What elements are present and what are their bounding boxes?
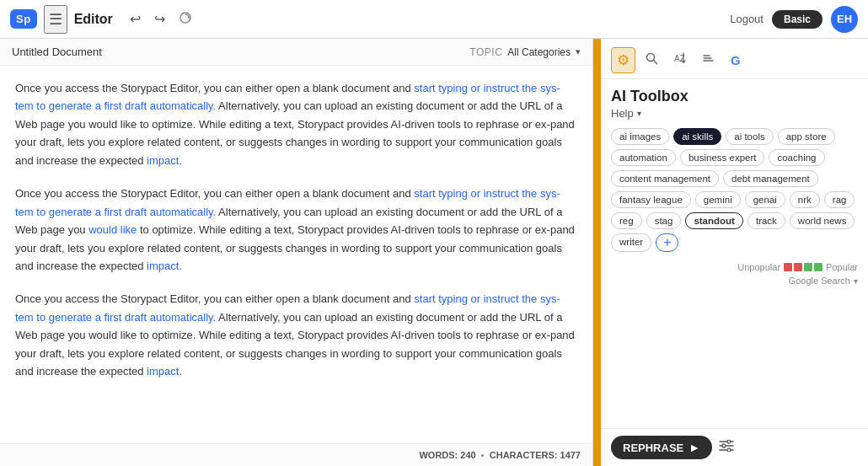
svg-point-12: [727, 440, 731, 443]
tag-writer[interactable]: writer: [611, 233, 651, 252]
tag-ai-images[interactable]: ai images: [611, 128, 669, 145]
dot-4: [814, 263, 822, 271]
tag-coaching[interactable]: coaching: [769, 149, 824, 166]
paragraph-1: Once you access the Storypact Editor, yo…: [15, 79, 577, 169]
tag-track[interactable]: track: [747, 212, 785, 229]
link-impact-2[interactable]: impact.: [147, 260, 182, 272]
dot-1: [784, 263, 792, 271]
tag-ai-skills[interactable]: ai skills: [673, 128, 721, 145]
dot-2: [794, 263, 802, 271]
ai-help-label: Help: [611, 107, 634, 120]
topic-dropdown-icon[interactable]: ▾: [576, 46, 581, 57]
ai-help-link[interactable]: Help ▾: [611, 107, 858, 120]
tag-stag[interactable]: stag: [646, 212, 682, 229]
tag-debt-management[interactable]: debt management: [723, 170, 818, 187]
editor-footer: WORDS: 240 • CHARACTERS: 1477: [0, 443, 592, 466]
refresh-button[interactable]: [174, 8, 197, 31]
header-right: Logout Basic EH: [730, 6, 858, 33]
rephrase-button[interactable]: REPHRASE ►: [611, 436, 712, 459]
sort-num-icon-button[interactable]: [697, 48, 721, 72]
topic-label: TOPIC: [469, 46, 502, 58]
undo-button[interactable]: ↩: [125, 8, 146, 30]
words-count: 240: [460, 450, 475, 460]
tag-nrk[interactable]: nrk: [790, 191, 820, 208]
ai-sidebar-body: AI Toolbox Help ▾ ai images ai skills ai…: [601, 79, 868, 428]
tag-ai-tools[interactable]: ai tools: [726, 128, 773, 145]
svg-point-13: [722, 444, 726, 447]
tag-gemini[interactable]: gemini: [695, 191, 741, 208]
topic-area: TOPIC All Categories ▾: [469, 46, 581, 58]
tags-container: ai images ai skills ai tools app store a…: [611, 128, 858, 252]
document-title[interactable]: Untitled Document: [12, 46, 102, 58]
google-search-arrow-icon: ▾: [854, 276, 858, 286]
popular-label: Popular: [826, 262, 858, 272]
google-search-row[interactable]: Google Search ▾: [611, 276, 858, 286]
rephrase-bar: REPHRASE ►: [601, 428, 868, 466]
editor-title: Editor: [74, 12, 113, 27]
tag-app-store[interactable]: app store: [778, 128, 835, 145]
rephrase-settings-button[interactable]: [719, 440, 734, 455]
ai-sidebar: ⚙ AZ G: [598, 39, 868, 466]
gear-icon-button[interactable]: ⚙: [611, 47, 635, 73]
tag-content-management[interactable]: content management: [611, 170, 719, 187]
tag-world-news[interactable]: world news: [790, 212, 855, 229]
svg-point-14: [727, 448, 731, 452]
tag-business-expert[interactable]: business expert: [680, 149, 765, 166]
words-label: WORDS:: [419, 450, 458, 460]
editor-content[interactable]: Once you access the Storypact Editor, yo…: [0, 66, 592, 443]
link-impact-1[interactable]: impact.: [147, 154, 182, 167]
google-g-icon-button[interactable]: G: [726, 50, 746, 71]
tag-reg[interactable]: reg: [611, 212, 642, 229]
svg-line-3: [654, 60, 657, 63]
google-search-label: Google Search: [789, 276, 850, 286]
rephrase-label: REPHRASE: [623, 442, 683, 454]
ai-help-arrow-icon: ▾: [637, 109, 641, 118]
sort-alpha-icon-button[interactable]: AZ: [668, 48, 692, 72]
logout-button[interactable]: Logout: [730, 13, 764, 25]
rephrase-arrow-icon: ►: [689, 441, 700, 454]
chars-label: CHARACTERS:: [490, 450, 558, 460]
tag-genai[interactable]: genai: [745, 191, 785, 208]
paragraph-2: Once you access the Storypact Editor, yo…: [15, 185, 577, 275]
plan-badge: Basic: [772, 10, 822, 29]
ai-toolbox-title: AI Toolbox: [611, 88, 858, 105]
popularity-dots: [784, 263, 822, 271]
editor-actions: ↩ ↪: [125, 8, 197, 31]
link-impact-3[interactable]: impact.: [147, 365, 182, 378]
link-2[interactable]: start typing or instruct the sys-tem to …: [15, 187, 560, 217]
paragraph-3: Once you access the Storypact Editor, yo…: [15, 290, 577, 380]
search-icon-button[interactable]: [640, 49, 663, 72]
link-3[interactable]: would like: [88, 223, 137, 236]
tag-add[interactable]: +: [656, 233, 678, 252]
editor-toolbar: Untitled Document TOPIC All Categories ▾: [0, 39, 592, 66]
tag-fantasy-league[interactable]: fantasy league: [611, 191, 691, 208]
chars-count: 1477: [560, 450, 581, 460]
link-1[interactable]: start typing or instruct the sys-tem to …: [15, 82, 560, 112]
logo: Sp: [10, 9, 37, 29]
tag-standout[interactable]: standout: [685, 212, 743, 229]
tag-automation[interactable]: automation: [611, 149, 676, 166]
main-layout: Untitled Document TOPIC All Categories ▾…: [0, 39, 868, 466]
link-4[interactable]: start typing or instruct the sys-tem to …: [15, 292, 560, 323]
ai-topbar: ⚙ AZ G: [601, 39, 868, 79]
editor-area: Untitled Document TOPIC All Categories ▾…: [0, 39, 593, 466]
topic-value: All Categories: [507, 46, 571, 58]
menu-button[interactable]: ☰: [44, 5, 67, 34]
unpopular-label: Unpopular: [737, 262, 780, 272]
tag-rag[interactable]: rag: [824, 191, 855, 208]
user-avatar[interactable]: EH: [831, 6, 858, 33]
dot-3: [804, 263, 812, 271]
header: Sp ☰ Editor ↩ ↪ Logout Basic EH: [0, 0, 868, 39]
redo-button[interactable]: ↪: [149, 8, 170, 30]
popularity-row: Unpopular Popular: [611, 262, 858, 272]
